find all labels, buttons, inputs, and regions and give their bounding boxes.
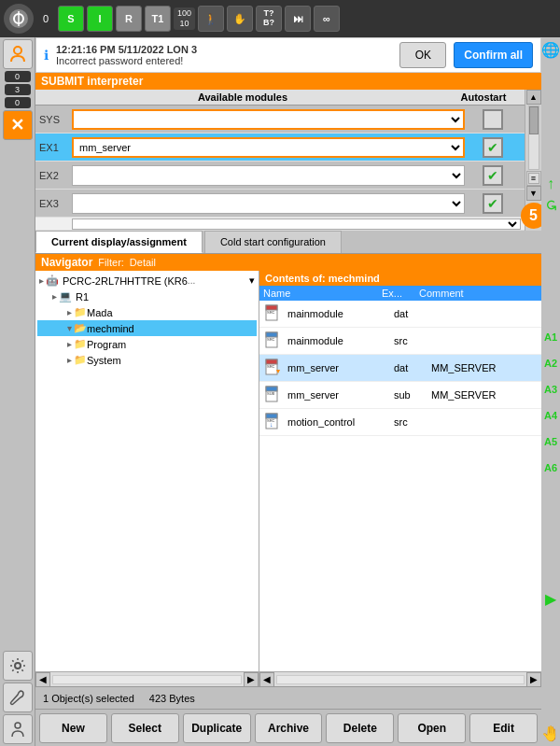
ex1-select[interactable]: mm_server [72,137,465,158]
scroll-handle[interactable] [529,106,539,134]
tree-item-program[interactable]: ▸ 📁 Program [37,336,257,352]
folder-system-icon: 📁 [74,354,87,366]
file-icon-3: SUB [263,385,284,405]
a4-label[interactable]: A4 [544,410,557,421]
right-hand-icon[interactable]: 🤚 [541,725,560,742]
speed-top: 100 [177,8,191,19]
hand-button[interactable]: ✋ [227,6,253,32]
right-arrow-curve[interactable]: ↺ [542,199,560,211]
tree-item-system[interactable]: ▸ 📁 System [37,352,257,368]
ok-button[interactable]: OK [399,42,446,68]
contents-row-2[interactable]: SRC mm_server dat MM_SERVER [259,355,541,382]
row3-ex: sub [394,389,431,401]
person-icon-btn[interactable] [3,714,33,744]
svg-text:SRC: SRC [267,310,275,315]
status-bar: 1 Object(s) selected 423 Bytes [35,686,541,709]
a3-label[interactable]: A3 [544,384,557,395]
s-button[interactable]: S [58,6,84,32]
contents-hscroll-right[interactable]: ▶ [526,672,541,687]
modules-wrapper: Available modules Autostart SYS EX1 [35,90,541,231]
r-button[interactable]: R [116,6,142,32]
gear-icon-btn[interactable] [3,651,33,681]
ex2-checkbox[interactable]: ✔ [465,165,521,186]
contents-row-0[interactable]: SRC mainmodule dat [259,301,541,328]
tree-hscroll-right[interactable]: ▶ [244,672,259,687]
ex2-checkbox-btn[interactable]: ✔ [483,165,503,186]
file-icon-4: SRC↓ [263,412,284,432]
t1-button[interactable]: T1 [145,6,171,32]
contents-hscroll: ◀ ▶ [259,671,541,686]
tree-item-mada[interactable]: ▸ 📁 Mada [37,304,257,320]
right-arrow-up[interactable]: ↑ [547,176,554,192]
ex3-checkbox-btn[interactable]: ✔ [483,193,503,214]
col-comment-header: Comment [419,288,538,299]
duplicate-button[interactable]: Duplicate [183,713,251,743]
close-button[interactable]: ✕ [3,110,33,140]
a2-label[interactable]: A2 [544,358,557,369]
svg-point-4 [15,723,21,728]
new-button[interactable]: New [39,713,107,743]
a1-label[interactable]: A1 [544,331,557,343]
navigator-header: Navigator Filter: Detail [35,254,541,271]
tree-root-expand-arrow[interactable]: ▾ [249,274,255,287]
ex2-select[interactable] [72,165,465,186]
right-play-icon[interactable]: ▶ [545,590,556,608]
open-button[interactable]: Open [398,713,466,743]
row1-ex: src [394,335,431,346]
ex3-select[interactable] [72,193,465,214]
walk-button[interactable]: 🚶 [198,6,224,32]
ex1-checkbox[interactable]: ✔ [465,137,521,158]
svg-text:SRC: SRC [267,337,275,342]
confirm-all-button[interactable]: Confirm all [454,42,533,68]
sys-select[interactable] [72,109,465,130]
speed-bot: 10 [180,19,189,29]
module-row-ex1: EX1 mm_server ✔ [35,134,525,162]
tb-button[interactable]: T?B? [256,6,282,32]
a6-label[interactable]: A6 [544,462,557,473]
sys-checkbox[interactable] [465,109,521,130]
contents-hscroll-track[interactable] [276,675,525,684]
row2-comment: MM_SERVER [431,362,538,373]
skip-button[interactable]: ⏭ [285,6,311,32]
sys-checkbox-btn[interactable] [483,109,503,130]
contents-row-1[interactable]: SRC mainmodule src [259,328,541,355]
tree-expand-program: ▸ [67,339,72,349]
tree-hscroll-left[interactable]: ◀ [35,672,50,687]
tree-root[interactable]: ▸ 🤖 PCRC-2RL7HHTTRE (KR6 ... ▾ [37,273,257,289]
nav-globe-icon[interactable]: 🌐 [541,41,560,59]
tree-mechmind-label: mechmind [87,323,134,334]
ex3-label: EX3 [39,198,72,209]
tree-expand-mechmind: ▾ [67,323,72,333]
right-sidebar: 🌐 ↑ ↺ A1 A2 A3 A4 A5 A6 ▶ 🤚 [541,37,560,746]
delete-button[interactable]: Delete [326,713,394,743]
tree-hscroll-track[interactable] [52,675,242,684]
tab-current-display[interactable]: Current display/assignment [35,231,203,253]
scroll-down-btn[interactable]: ▼ [526,186,541,201]
tree-item-r1[interactable]: ▸ 💻 R1 [37,289,257,304]
i-button[interactable]: I [87,6,113,32]
partial-select[interactable] [72,218,521,230]
module-row-ex2: EX2 ✔ [35,162,525,190]
a5-label[interactable]: A5 [544,436,557,447]
ex3-checkbox[interactable]: ✔ [465,193,521,214]
bottom-toolbar: New Select Duplicate Archive Delete Open… [35,709,541,746]
ex1-label: EX1 [39,142,72,153]
robot-tree-icon: 🤖 [46,274,59,287]
robot-icon-btn[interactable] [3,39,33,69]
contents-row-3[interactable]: SUB mm_server sub MM_SERVER [259,382,541,409]
contents-hscroll-left[interactable]: ◀ [259,672,274,687]
edit-button[interactable]: Edit [469,713,538,743]
tree-panel: ▸ 🤖 PCRC-2RL7HHTTRE (KR6 ... ▾ ▸ 💻 R1 [35,271,259,686]
scroll-up-btn[interactable]: ▲ [526,90,541,105]
row3-name: mm_server [287,389,394,401]
archive-button[interactable]: Archive [255,713,323,743]
contents-row-4[interactable]: SRC↓ motion_control src [259,409,541,436]
scroll-lines-btn[interactable]: ≡ [528,173,539,184]
wrench-icon-btn[interactable] [3,683,33,712]
select-button[interactable]: Select [111,713,179,743]
inf-button[interactable]: ∞ [314,6,340,32]
tree-item-mechmind[interactable]: ▾ 📂 mechmind [37,320,257,336]
tree-system-label: System [87,355,121,366]
ex1-checkbox-btn[interactable]: ✔ [483,137,503,158]
tab-cold-start[interactable]: Cold start configuration [204,231,342,253]
